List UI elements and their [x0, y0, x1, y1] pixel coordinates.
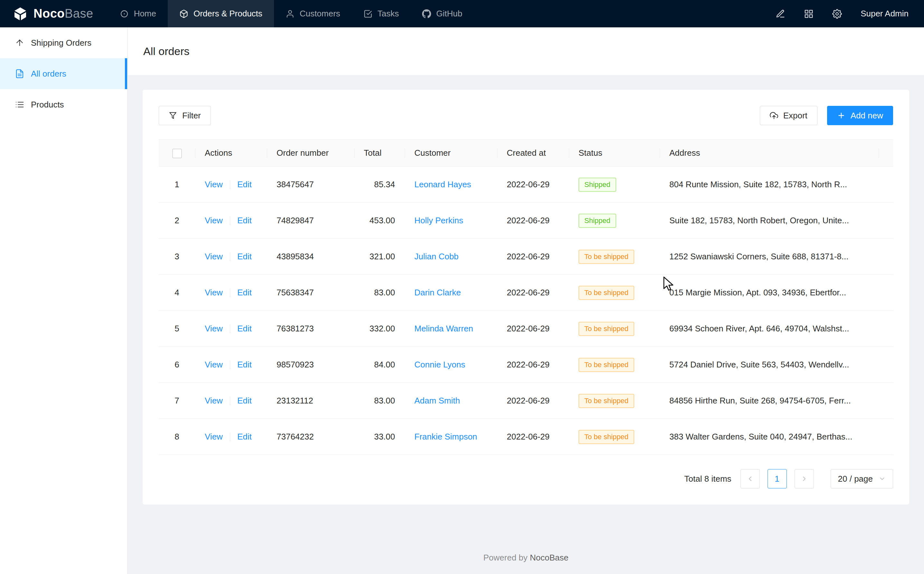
action-divider: [230, 360, 230, 369]
total-cell: 321.00: [354, 239, 405, 275]
user-menu[interactable]: Super Admin: [861, 9, 908, 19]
action-divider: [230, 252, 230, 261]
edit-link[interactable]: Edit: [237, 396, 252, 405]
table-row: 6 ViewEdit 98570923 84.00 Connie Lyons 2…: [159, 347, 893, 383]
customer-link[interactable]: Melinda Warren: [414, 324, 473, 333]
sidebar-item-shipping-orders[interactable]: Shipping Orders: [0, 27, 127, 58]
order-number-cell: 73764232: [267, 419, 354, 455]
filter-button-label: Filter: [182, 111, 201, 121]
col-header-created-at: Created at: [497, 140, 569, 167]
sidebar-item-products[interactable]: Products: [0, 89, 127, 120]
view-link[interactable]: View: [205, 432, 223, 442]
nav-item-home[interactable]: Home: [108, 0, 168, 27]
highlight-icon[interactable]: [776, 9, 785, 19]
customer-cell: Julian Cobb: [405, 239, 497, 275]
page-title: All orders: [143, 45, 190, 58]
status-badge: To be shipped: [578, 250, 634, 264]
customer-cell: Frankie Simpson: [405, 419, 497, 455]
status-cell: To be shipped: [569, 419, 660, 455]
footer-text: Powered by: [483, 553, 528, 562]
filler-cell: [878, 203, 893, 239]
created-at-cell: 2022-06-29: [497, 383, 569, 419]
nav-label: Tasks: [377, 9, 399, 19]
edit-link[interactable]: Edit: [237, 324, 252, 333]
tasks-icon: [363, 9, 373, 18]
sidebar-item-all-orders[interactable]: All orders: [0, 58, 127, 89]
footer-brand: NocoBase: [530, 553, 569, 562]
filler-cell: [878, 167, 893, 203]
status-cell: Shipped: [569, 167, 660, 203]
orders-table-body: 1 ViewEdit 38475647 85.34 Leonard Hayes …: [159, 167, 893, 455]
filter-button[interactable]: Filter: [159, 106, 211, 125]
next-page-button[interactable]: [794, 469, 814, 489]
order-number-cell: 38475647: [267, 167, 354, 203]
nav-item-customers[interactable]: Customers: [274, 0, 352, 27]
col-header-total: Total: [354, 140, 405, 167]
nav-item-tasks[interactable]: Tasks: [352, 0, 411, 27]
settings-gear-icon[interactable]: [832, 9, 842, 19]
page-number-button[interactable]: 1: [768, 469, 787, 489]
select-all-checkbox[interactable]: [172, 149, 182, 158]
nav-item-orders-products[interactable]: Orders & Products: [168, 0, 274, 27]
nav-item-github[interactable]: GitHub: [411, 0, 474, 27]
table-row: 2 ViewEdit 74829847 453.00 Holly Perkins…: [159, 203, 893, 239]
edit-link[interactable]: Edit: [237, 360, 252, 369]
status-badge: To be shipped: [578, 430, 634, 444]
filler-cell: [878, 347, 893, 383]
view-link[interactable]: View: [205, 360, 223, 369]
filler-cell: [878, 275, 893, 311]
status-badge: Shipped: [578, 214, 616, 228]
total-cell: 453.00: [354, 203, 405, 239]
export-button[interactable]: Export: [760, 106, 817, 125]
brand-name: NocoBase: [33, 7, 93, 20]
total-cell: 33.00: [354, 419, 405, 455]
nav-label: GitHub: [436, 9, 462, 19]
customer-link[interactable]: Holly Perkins: [414, 216, 463, 225]
customer-link[interactable]: Julian Cobb: [414, 252, 458, 261]
address-cell: 84856 Hirthe Run, Suite 268, 94754-6705,…: [660, 383, 878, 419]
view-link[interactable]: View: [205, 288, 223, 297]
view-link[interactable]: View: [205, 396, 223, 405]
filler-cell: [878, 383, 893, 419]
action-divider: [230, 180, 230, 189]
table-row: 7 ViewEdit 23132112 83.00 Adam Smith 202…: [159, 383, 893, 419]
export-icon: [770, 111, 778, 120]
filler-cell: [878, 311, 893, 347]
actions-cell: ViewEdit: [195, 275, 267, 311]
order-number-cell: 75638347: [267, 275, 354, 311]
edit-link[interactable]: Edit: [237, 180, 252, 189]
view-link[interactable]: View: [205, 252, 223, 261]
created-at-cell: 2022-06-29: [497, 203, 569, 239]
edit-link[interactable]: Edit: [237, 252, 252, 261]
brand-home-link[interactable]: NocoBase: [0, 0, 108, 27]
total-cell: 85.34: [354, 167, 405, 203]
edit-link[interactable]: Edit: [237, 432, 252, 442]
customer-link[interactable]: Leonard Hayes: [414, 180, 471, 189]
actions-cell: ViewEdit: [195, 419, 267, 455]
pagination: Total 8 items 1 20 / page: [159, 469, 893, 489]
customer-link[interactable]: Connie Lyons: [414, 360, 465, 369]
actions-cell: ViewEdit: [195, 347, 267, 383]
add-new-button[interactable]: Add new: [827, 106, 893, 125]
apps-grid-icon[interactable]: [804, 9, 813, 19]
customer-link[interactable]: Darin Clarke: [414, 288, 461, 297]
orders-table: Actions Order number Total Customer Crea…: [159, 139, 893, 455]
customer-link[interactable]: Adam Smith: [414, 396, 460, 405]
col-header-actions: Actions: [195, 140, 267, 167]
chevron-right-icon: [800, 475, 808, 483]
customer-link[interactable]: Frankie Simpson: [414, 432, 477, 442]
filler-cell: [878, 239, 893, 275]
prev-page-button[interactable]: [741, 469, 760, 489]
edit-link[interactable]: Edit: [237, 216, 252, 225]
plus-icon: [837, 111, 845, 120]
view-link[interactable]: View: [205, 324, 223, 333]
address-cell: Suite 182, 15783, North Robert, Oregon, …: [660, 203, 878, 239]
view-link[interactable]: View: [205, 216, 223, 225]
view-link[interactable]: View: [205, 180, 223, 189]
status-badge: To be shipped: [578, 286, 634, 300]
edit-link[interactable]: Edit: [237, 288, 252, 297]
chevron-down-icon: [878, 475, 886, 482]
status-cell: To be shipped: [569, 275, 660, 311]
page-size-select[interactable]: 20 / page: [831, 469, 893, 489]
status-cell: To be shipped: [569, 311, 660, 347]
